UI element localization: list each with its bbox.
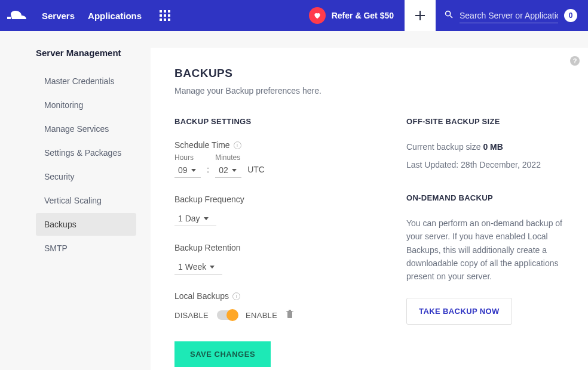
help-icon[interactable]: ? [570,56,580,66]
sidebar-item-smtp[interactable]: SMTP [36,237,136,260]
nav-applications[interactable]: Applications [88,11,142,21]
apps-grid-icon[interactable] [160,10,170,21]
offsite-heading: OFF-SITE BACKUP SIZE [406,117,564,126]
search-icon [444,10,454,21]
sidebar-item-backups[interactable]: Backups [36,213,136,236]
sidebar: Server Management Master Credentials Mon… [0,48,136,370]
notification-count[interactable]: 0 [564,9,577,22]
ondemand-desc: You can perform an on-demand backup of y… [406,217,564,283]
enable-label: ENABLE [246,311,277,320]
sidebar-item-manage-services[interactable]: Manage Services [36,118,136,140]
svg-rect-1 [164,10,166,13]
frequency-label: Backup Frequency [174,195,378,204]
sidebar-item-vertical-scaling[interactable]: Vertical Scaling [36,189,136,212]
info-icon[interactable]: i [234,141,241,149]
svg-rect-7 [164,18,166,21]
sidebar-item-master-credentials[interactable]: Master Credentials [36,70,136,92]
take-backup-button[interactable]: TAKE BACKUP NOW [406,298,512,325]
refer-link[interactable]: Refer & Get $50 [309,7,394,24]
svg-point-9 [446,11,451,16]
chevron-down-icon [210,266,215,269]
timezone-label: UTC [247,165,265,178]
trash-icon[interactable] [286,309,294,321]
chevron-down-icon [232,169,237,172]
nav-servers[interactable]: Servers [42,11,75,21]
page-title: BACKUPS [174,67,564,80]
heart-icon [309,7,326,24]
hours-label: Hours [174,153,201,162]
svg-rect-6 [160,18,162,21]
local-backups-toggle[interactable] [217,310,237,320]
search-area: 0 [436,0,588,31]
add-button[interactable] [405,0,436,31]
svg-line-10 [450,16,452,18]
chevron-down-icon [204,217,209,220]
svg-rect-0 [160,10,162,13]
ondemand-heading: ON-DEMAND BACKUP [406,193,564,202]
backup-settings-heading: BACKUP SETTINGS [174,117,378,126]
page-subtitle: Manage your Backup preferences here. [174,86,564,95]
schedule-time-label: Schedule Time i [174,140,378,150]
svg-rect-4 [164,14,166,17]
last-updated: Last Updated: 28th December, 2022 [406,158,564,171]
minutes-label: Minutes [215,153,241,162]
frequency-select[interactable]: 1 Day [174,210,216,226]
save-changes-button[interactable]: SAVE CHANGES [174,341,271,367]
sidebar-item-settings-packages[interactable]: Settings & Packages [36,141,136,164]
info-icon[interactable]: i [232,292,240,300]
svg-rect-2 [168,10,170,13]
svg-rect-5 [168,14,170,17]
minutes-select[interactable]: 02 [215,162,241,178]
svg-rect-8 [168,18,170,21]
svg-rect-3 [160,14,162,17]
refer-text: Refer & Get $50 [332,11,394,20]
hours-select[interactable]: 09 [174,162,201,178]
backup-size-row: Current backup size 0 MB [406,140,564,153]
sidebar-title: Server Management [36,48,136,58]
sidebar-item-security[interactable]: Security [36,165,136,188]
chevron-down-icon [191,169,196,172]
logo[interactable] [5,8,31,23]
sidebar-item-monitoring[interactable]: Monitoring [36,94,136,116]
disable-label: DISABLE [174,311,209,320]
local-backups-label: Local Backups i [174,291,378,301]
topbar: Servers Applications Refer & Get $50 0 [0,0,588,31]
main-panel: ? BACKUPS Manage your Backup preferences… [151,48,588,370]
search-input[interactable] [460,8,558,23]
retention-label: Backup Retention [174,243,378,252]
retention-select[interactable]: 1 Week [174,258,222,275]
